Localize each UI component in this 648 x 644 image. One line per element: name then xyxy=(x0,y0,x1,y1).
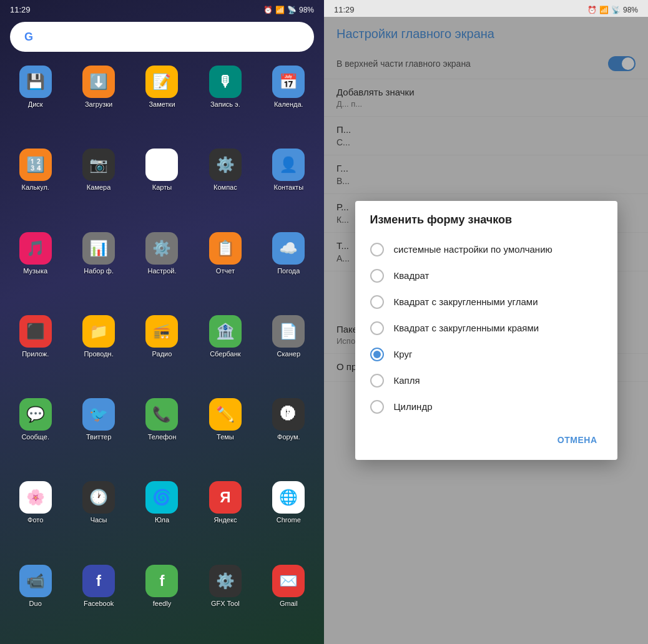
app-item[interactable]: ⚙️Настрой. xyxy=(132,228,192,309)
radio-label: Капля xyxy=(394,374,420,387)
app-label: Запись э. xyxy=(210,100,240,108)
app-label: Диск xyxy=(28,100,43,108)
app-label: Проводн. xyxy=(84,350,113,358)
app-item[interactable]: 📄Сканер xyxy=(258,311,319,392)
radio-option[interactable]: Квадрат с закругленными углами xyxy=(355,289,617,315)
status-icons-right: ⏰ 📶 📡 98% xyxy=(587,6,638,14)
app-item[interactable]: 📅Календа. xyxy=(258,62,319,142)
app-icon: ⚙️ xyxy=(209,565,242,597)
search-bar[interactable]: G xyxy=(10,22,314,52)
app-label: Календа. xyxy=(274,100,303,108)
app-icon: 👤 xyxy=(272,149,305,181)
settings-content: Настройки главного экрана В верхней част… xyxy=(324,17,648,644)
app-item[interactable]: 🕐Часы xyxy=(68,477,129,558)
app-icon: 💾 xyxy=(19,66,52,98)
app-icon: Я xyxy=(209,481,242,514)
app-item[interactable]: ✏️Темы xyxy=(195,394,255,475)
app-item[interactable]: ⬇️Загрузки xyxy=(68,62,129,142)
app-item[interactable]: ⚙️GFX Tool xyxy=(195,561,255,642)
signal-icon-r: 📡 xyxy=(611,6,621,14)
app-item[interactable]: 👤Контакты xyxy=(258,145,319,225)
app-item[interactable]: 📋Отчет xyxy=(195,228,255,309)
app-icon: 📁 xyxy=(82,315,115,348)
radio-label: Круг xyxy=(394,348,413,361)
app-icon: 📋 xyxy=(209,232,242,265)
app-item[interactable]: 🎙Запись э. xyxy=(195,62,255,142)
app-icon: 📄 xyxy=(272,315,305,348)
right-panel: 11:29 ⏰ 📶 📡 98% Настройки главного экран… xyxy=(324,0,648,644)
app-icon: 📷 xyxy=(82,149,115,181)
apps-grid: 💾Диск⬇️Загрузки📝Заметки🎙Запись э.📅Календ… xyxy=(0,59,324,644)
app-label: Gmail xyxy=(280,600,298,607)
status-bar-left: 11:29 ⏰ 📶 📡 98% xyxy=(0,0,324,17)
app-icon: ⚙️ xyxy=(145,232,178,265)
app-item[interactable]: 🌸Фото xyxy=(5,477,66,558)
app-item[interactable]: ffeedly xyxy=(132,561,192,642)
app-item[interactable]: 🌐Chrome xyxy=(258,477,319,558)
radio-option[interactable]: Квадрат xyxy=(355,263,617,289)
dialog-title: Изменить форму значков xyxy=(355,201,617,234)
app-item[interactable]: 💾Диск xyxy=(5,62,66,142)
app-item[interactable]: 🗺Карты xyxy=(132,145,192,225)
app-item[interactable]: 📝Заметки xyxy=(132,62,192,142)
radio-option[interactable]: Круг xyxy=(355,341,617,368)
battery-right: 98% xyxy=(623,6,638,14)
radio-option[interactable]: Капля xyxy=(355,368,617,394)
app-item[interactable]: 📻Радио xyxy=(132,311,192,392)
app-item[interactable]: ✉️Gmail xyxy=(258,561,319,642)
cancel-button[interactable]: ОТМЕНА xyxy=(547,430,607,450)
app-icon: 🔢 xyxy=(19,149,52,181)
app-item[interactable]: 📁Проводн. xyxy=(68,311,129,392)
app-label: GFX Tool xyxy=(211,600,240,607)
app-icon: 💬 xyxy=(19,398,52,431)
radio-label: Цилиндр xyxy=(394,401,433,413)
radio-option[interactable]: Цилиндр xyxy=(355,394,617,420)
app-item[interactable]: ☁️Погода xyxy=(258,228,319,309)
app-icon: 🅜 xyxy=(272,398,305,431)
left-panel: 11:29 ⏰ 📶 📡 98% G 💾Диск⬇️Загрузки📝Заметк… xyxy=(0,0,324,644)
radio-label: Квадрат с закругленными краями xyxy=(394,322,539,334)
radio-label: Квадрат с закругленными углами xyxy=(394,296,538,308)
alarm-icon: ⏰ xyxy=(263,6,273,14)
radio-circle xyxy=(370,269,384,283)
app-icon: 📅 xyxy=(272,66,305,98)
app-label: Сканер xyxy=(277,350,300,358)
time-right: 11:29 xyxy=(334,5,355,14)
radio-circle xyxy=(370,243,384,256)
app-item[interactable]: 💬Сообще. xyxy=(5,394,66,475)
app-item[interactable]: 🔢Калькул. xyxy=(5,145,66,225)
app-label: Компас xyxy=(214,183,237,191)
app-icon: 🌐 xyxy=(272,481,305,514)
radio-option[interactable]: Квадрат с закругленными краями xyxy=(355,315,617,341)
app-icon: ☁️ xyxy=(272,232,305,265)
app-item[interactable]: 🏦Сбербанк xyxy=(195,311,255,392)
app-item[interactable]: ⚙️Компас xyxy=(195,145,255,225)
app-item[interactable]: ⬛Прилож. xyxy=(5,311,66,392)
radio-circle xyxy=(370,348,384,361)
dialog-actions: ОТМЕНА xyxy=(355,425,617,460)
app-item[interactable]: 📞Телефон xyxy=(132,394,192,475)
app-label: Фото xyxy=(27,516,43,524)
app-icon: 🌀 xyxy=(145,481,178,514)
icon-shape-dialog: Изменить форму значков системные настрой… xyxy=(355,201,617,460)
app-icon: 📝 xyxy=(145,66,178,98)
app-item[interactable]: 🐦Твиттер xyxy=(68,394,129,475)
app-item[interactable]: ЯЯндекс xyxy=(195,477,255,558)
app-item[interactable]: 🅜Форум. xyxy=(258,394,319,475)
google-logo: G xyxy=(20,28,37,46)
app-item[interactable]: 📊Набор ф. xyxy=(68,228,129,309)
signal-icon: 📡 xyxy=(287,6,297,14)
app-item[interactable]: 🌀Юла xyxy=(132,477,192,558)
app-item[interactable]: 📷Камера xyxy=(68,145,129,225)
radio-circle xyxy=(370,321,384,335)
app-label: Юла xyxy=(155,516,169,524)
radio-circle xyxy=(370,374,384,388)
radio-circle xyxy=(370,400,384,414)
app-item[interactable]: fFacebook xyxy=(68,561,129,642)
app-item[interactable]: 📹Duo xyxy=(5,561,66,642)
app-label: Контакты xyxy=(274,183,304,191)
radio-option[interactable]: системные настройки по умолчанию xyxy=(355,237,617,263)
app-icon: ✏️ xyxy=(209,398,242,431)
app-item[interactable]: 🎵Музыка xyxy=(5,228,66,309)
app-label: Прилож. xyxy=(22,350,49,358)
